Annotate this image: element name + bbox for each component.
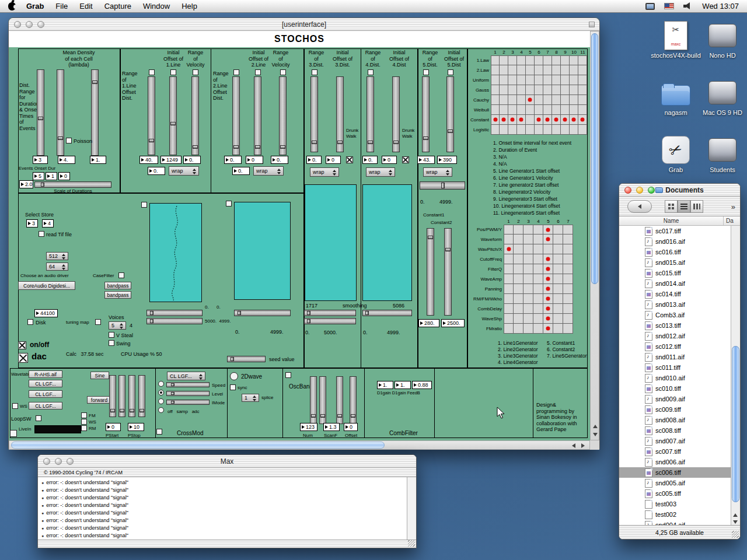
matrix-cell[interactable] <box>535 105 543 115</box>
matrix-cell[interactable] <box>553 314 563 324</box>
dist4-range-slider[interactable] <box>366 76 374 152</box>
play-slider[interactable] <box>109 375 116 417</box>
matrix-cell[interactable] <box>500 115 508 125</box>
matrix-cell[interactable] <box>570 75 578 85</box>
matrix-cell[interactable] <box>570 65 578 75</box>
back-button[interactable] <box>627 200 652 213</box>
matrix-cell[interactable] <box>491 95 500 105</box>
proxy-icon[interactable] <box>589 22 595 27</box>
matrix-cell[interactable] <box>553 254 563 264</box>
number-box[interactable]: 0 <box>106 423 121 431</box>
file-row[interactable]: test003 <box>619 499 732 509</box>
dist3-hslider-2[interactable] <box>304 318 356 324</box>
matrix-cell[interactable] <box>563 225 573 235</box>
matrix-cell[interactable] <box>523 294 533 304</box>
dist5-hslider[interactable] <box>420 181 465 190</box>
number-box[interactable]: 0.88 <box>412 381 432 389</box>
loopsw-checkbox[interactable] <box>36 415 41 421</box>
number-box[interactable]: 3 <box>26 219 38 228</box>
dist5-offset-slider[interactable] <box>446 76 454 152</box>
number-box[interactable]: 1. <box>377 381 393 389</box>
wrap-menu[interactable]: wrap <box>169 166 199 176</box>
disk-checkbox[interactable] <box>27 319 33 325</box>
matrix-cell[interactable] <box>570 105 578 115</box>
file-row[interactable]: snd008.aif <box>619 415 732 425</box>
matrix-cell[interactable] <box>517 75 526 85</box>
wavetable-button[interactable]: CL LGF... <box>29 402 62 410</box>
matrix-cell[interactable] <box>578 125 587 135</box>
lambda-slider-1[interactable] <box>37 69 44 156</box>
number-box[interactable]: 2500. <box>441 319 465 327</box>
file-row[interactable]: snd011.aif <box>619 352 732 362</box>
file-row[interactable]: sc009.tiff <box>619 404 732 415</box>
file-row[interactable]: Comb3.aif <box>619 310 732 320</box>
matrix-cell[interactable] <box>543 264 553 274</box>
matrix-cell[interactable] <box>508 85 517 95</box>
matrix-cell[interactable] <box>533 324 543 334</box>
matrix-cell[interactable] <box>533 294 543 304</box>
number-box[interactable]: 280. <box>418 319 439 327</box>
poisson-checkbox[interactable] <box>66 138 72 144</box>
file-row[interactable]: sc008.tiff <box>619 425 732 436</box>
number-box[interactable]: 3 <box>33 156 48 164</box>
matrix-cell[interactable] <box>563 254 573 264</box>
matrix-cell[interactable] <box>523 244 533 254</box>
matrix-cell[interactable] <box>514 225 523 235</box>
buffer-menu[interactable]: 512 <box>46 252 68 260</box>
matrix-cell[interactable] <box>500 105 508 115</box>
number-box[interactable]: 0. <box>271 156 288 164</box>
wavetable-button[interactable]: R-AHS.aif <box>29 370 62 378</box>
dist3-offset-slider[interactable] <box>336 76 344 152</box>
play-slider[interactable] <box>128 375 135 417</box>
wrap-menu[interactable]: wrap <box>253 166 284 176</box>
minimize-button[interactable] <box>636 187 643 194</box>
matrix-cell[interactable] <box>504 244 514 254</box>
multislider-display[interactable] <box>305 184 357 301</box>
number-box[interactable]: 123 <box>300 423 317 431</box>
matrix-cell[interactable] <box>500 55 508 65</box>
crossmod-checkbox[interactable] <box>156 429 162 435</box>
wrap-menu[interactable]: wrap <box>366 167 395 177</box>
matrix-cell[interactable] <box>523 254 533 264</box>
matrix-cell[interactable] <box>526 125 535 135</box>
matrix-cell[interactable] <box>563 244 573 254</box>
matrix-cell[interactable] <box>552 65 561 75</box>
line2-velocity-slider[interactable] <box>279 76 287 155</box>
number-box[interactable]: 4. <box>58 156 75 164</box>
close-button[interactable] <box>43 458 50 465</box>
number-box[interactable]: 0. <box>224 156 242 164</box>
dist5-range-slider[interactable] <box>422 76 430 152</box>
number-box[interactable]: 0 <box>344 423 358 431</box>
matrix-cell[interactable] <box>553 284 563 294</box>
date-column-header[interactable]: Da <box>726 216 734 226</box>
matrix-cell[interactable] <box>533 304 543 314</box>
matrix-cell[interactable] <box>578 75 587 85</box>
matrix-cell[interactable] <box>543 254 553 264</box>
matrix-cell[interactable] <box>552 125 561 135</box>
trajectory-display[interactable] <box>149 203 202 302</box>
matrix-cell[interactable] <box>578 95 587 105</box>
icon-view-button[interactable] <box>665 200 678 213</box>
matrix-cell[interactable] <box>491 55 500 65</box>
matrix-cell[interactable] <box>543 125 552 135</box>
ws-checkbox[interactable] <box>12 403 18 409</box>
matrix-cell[interactable] <box>561 95 570 105</box>
play-slider[interactable] <box>138 375 145 417</box>
mute-checkbox[interactable] <box>402 156 409 163</box>
fm-checkbox[interactable] <box>81 412 87 418</box>
casefilter-checkbox[interactable] <box>118 272 124 278</box>
number-box[interactable]: 1. <box>90 156 106 164</box>
file-row[interactable]: snd012.aif <box>619 331 732 341</box>
file-row[interactable]: sc011.tiff <box>619 362 732 373</box>
matrix-cell[interactable] <box>504 254 514 264</box>
display-checkbox[interactable] <box>141 202 147 208</box>
matrix-cell[interactable] <box>543 95 552 105</box>
matrix-cell[interactable] <box>561 105 570 115</box>
volume-menu-icon[interactable] <box>683 2 693 10</box>
list-view-button[interactable] <box>678 200 690 213</box>
file-row[interactable]: snd007.aif <box>619 436 732 446</box>
matrix-cell[interactable] <box>578 85 587 95</box>
menu-item[interactable]: Grab <box>20 0 50 13</box>
matrix-cell[interactable] <box>508 55 517 65</box>
matrix-cell[interactable] <box>491 65 500 75</box>
